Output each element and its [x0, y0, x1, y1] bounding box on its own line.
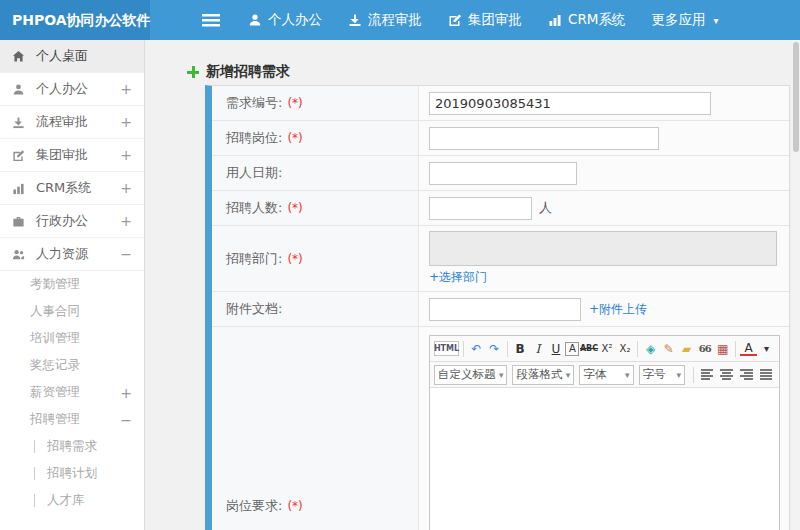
nav-label: 个人办公	[268, 11, 322, 29]
edit-square-icon	[12, 149, 31, 162]
underline-button[interactable]: U	[547, 339, 564, 359]
page-title-bar: 新增招聘需求	[145, 40, 800, 85]
nav-crm-system[interactable]: CRM系统	[548, 11, 625, 29]
html-source-button[interactable]: HTML	[434, 341, 459, 356]
form-row-hire-date: 用人日期:	[212, 156, 789, 191]
sidebar-item-hr[interactable]: 人力资源 −	[0, 238, 144, 271]
label-text: 用人日期:	[226, 164, 282, 182]
chevron-down-icon[interactable]: ▾	[758, 339, 775, 359]
sidebar-item-hr-contract[interactable]: 人事合同	[0, 298, 144, 325]
field-label: 附件文档:	[212, 292, 419, 326]
headcount-input[interactable]	[429, 197, 532, 220]
hire-date-input[interactable]	[429, 162, 577, 185]
align-left-icon[interactable]	[701, 369, 714, 380]
tree-line	[34, 440, 35, 453]
label-text: 招聘部门:	[226, 250, 282, 268]
editor-toolbar-row2: 自定义标题 ▾ 段落格式 ▾ 字体 ▾	[430, 362, 779, 388]
chevron-down-icon: ▾	[676, 370, 681, 380]
font-color-button[interactable]: A	[740, 342, 757, 356]
expand-toggle-icon[interactable]: +	[116, 213, 132, 229]
heading-style-dropdown[interactable]: 自定义标题 ▾	[434, 365, 507, 385]
briefcase-icon	[12, 215, 31, 228]
superscript-button[interactable]: X²	[598, 339, 615, 359]
page-title: 新增招聘需求	[206, 63, 290, 81]
expand-toggle-icon[interactable]: +	[116, 385, 132, 401]
main-content: 新增招聘需求 需求编号: (*) 招聘岗位: (*)	[145, 40, 800, 530]
sidebar-item-talent-pool[interactable]: 人才库	[0, 487, 144, 514]
separator	[463, 341, 464, 357]
attachment-upload-link[interactable]: +附件上传	[589, 301, 647, 318]
font-size-dropdown[interactable]: 字号 ▾	[639, 365, 685, 385]
sidebar-item-recruit-demand[interactable]: 招聘需求	[0, 433, 144, 460]
form-row-requirements: 岗位要求: (*) HTML ↶ ↷ B I U	[212, 327, 789, 530]
sidebar-item-salary[interactable]: 薪资管理 +	[0, 379, 144, 406]
sidebar-item-training[interactable]: 培训管理	[0, 325, 144, 352]
format-brush-icon[interactable]: ✎	[660, 339, 677, 359]
sidebar: 个人桌面 个人办公 + 流程审批 + 集团审批 + CRM系统 + 行政办公 +	[0, 40, 145, 530]
select-department-link[interactable]: +选择部门	[429, 269, 487, 286]
expand-toggle-icon[interactable]: +	[116, 180, 132, 196]
collapse-toggle-icon[interactable]: −	[116, 412, 132, 428]
redo-icon[interactable]: ↷	[486, 339, 503, 359]
italic-button[interactable]: I	[529, 339, 546, 359]
field-area: 人	[419, 191, 789, 225]
vertical-scrollbar[interactable]	[792, 40, 800, 530]
nav-more-apps[interactable]: 更多应用 ▾	[651, 11, 718, 29]
collapse-toggle-icon[interactable]: −	[116, 246, 132, 262]
sidebar-item-group-approval[interactable]: 集团审批 +	[0, 139, 144, 172]
expand-toggle-icon[interactable]: +	[116, 114, 132, 130]
table-icon[interactable]: ▦	[714, 339, 731, 359]
sidebar-item-admin-office[interactable]: 行政办公 +	[0, 205, 144, 238]
expand-toggle-icon[interactable]: +	[116, 147, 132, 163]
nav-process-approval[interactable]: 流程审批	[348, 11, 422, 29]
people-icon	[12, 248, 31, 261]
app-window: PHPOA协同办公软件 个人办公 流程审批 集团审批 CRM系统 更多应用 ▾	[0, 0, 800, 530]
dropdown-value: 字体	[583, 367, 606, 382]
nav-group-approval[interactable]: 集团审批	[448, 11, 522, 29]
sidebar-item-label: 薪资管理	[30, 384, 116, 401]
sidebar-item-personal-office[interactable]: 个人办公 +	[0, 73, 144, 106]
eraser-icon[interactable]: ◈	[642, 339, 659, 359]
paragraph-format-dropdown[interactable]: 段落格式 ▾	[512, 365, 574, 385]
separator	[735, 341, 736, 357]
department-textarea[interactable]	[429, 231, 777, 266]
field-label: 需求编号: (*)	[212, 86, 419, 120]
blockquote-icon[interactable]: 66	[696, 339, 713, 359]
menu-icon[interactable]	[202, 14, 220, 27]
bold-button[interactable]: B	[511, 339, 528, 359]
scrollbar-thumb[interactable]	[793, 42, 799, 152]
font-family-dropdown[interactable]: 字体 ▾	[579, 365, 633, 385]
subscript-button[interactable]: X₂	[616, 339, 633, 359]
field-area: HTML ↶ ↷ B I U A ABC X² X₂	[419, 327, 789, 530]
label-text: 招聘人数:	[226, 199, 282, 217]
sidebar-item-recruitment[interactable]: 招聘管理 −	[0, 406, 144, 433]
position-input[interactable]	[429, 127, 659, 150]
demand-no-input[interactable]	[429, 92, 711, 115]
align-justify-icon[interactable]	[760, 369, 773, 380]
sidebar-item-label: 个人办公	[36, 80, 116, 98]
chevron-down-icon: ▾	[499, 370, 504, 380]
sidebar-item-process-approval[interactable]: 流程审批 +	[0, 106, 144, 139]
sidebar-item-label: 招聘计划	[47, 465, 132, 482]
separator	[507, 341, 508, 357]
form-row-position: 招聘岗位: (*)	[212, 121, 789, 156]
field-area: +选择部门	[419, 226, 789, 291]
nav-personal-office[interactable]: 个人办公	[248, 11, 322, 29]
field-area: +附件上传	[419, 292, 789, 326]
sidebar-item-recruit-plan[interactable]: 招聘计划	[0, 460, 144, 487]
strikethrough-button[interactable]: ABC	[580, 339, 597, 359]
sidebar-item-attendance[interactable]: 考勤管理	[0, 271, 144, 298]
align-right-icon[interactable]	[740, 369, 753, 380]
undo-icon[interactable]: ↶	[468, 339, 485, 359]
label-text: 附件文档:	[226, 300, 282, 318]
sidebar-item-crm-system[interactable]: CRM系统 +	[0, 172, 144, 205]
expand-toggle-icon[interactable]: +	[116, 81, 132, 97]
sidebar-item-rewards[interactable]: 奖惩记录	[0, 352, 144, 379]
sidebar-item-label: 个人桌面	[36, 47, 132, 65]
align-center-icon[interactable]	[720, 369, 733, 380]
editor-content-area[interactable]	[430, 388, 779, 530]
highlight-icon[interactable]: ▰	[678, 339, 695, 359]
sidebar-item-personal-desktop[interactable]: 个人桌面	[0, 40, 144, 73]
font-button[interactable]: A	[565, 342, 579, 356]
attachment-input[interactable]	[429, 298, 581, 321]
